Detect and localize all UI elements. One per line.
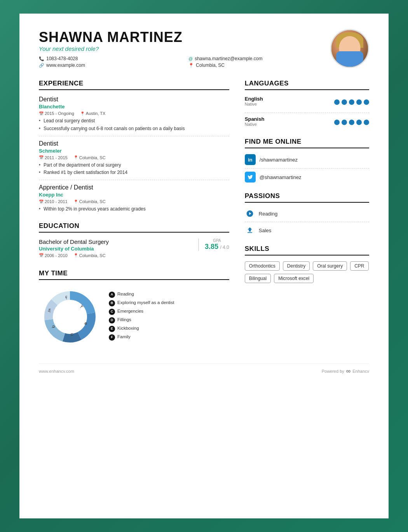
left-column: EXPERIENCE Dentist Blanchette 📅 2015 - O… bbox=[39, 80, 229, 356]
calendar-icon: 📅 bbox=[39, 155, 44, 160]
job-1: Dentist Blanchette 📅 2015 - Ongoing 📍 Au… bbox=[39, 96, 229, 132]
footer-brand: Powered by ∞ Enhancv bbox=[322, 368, 369, 375]
skill-bilingual: Bilingual bbox=[245, 274, 271, 283]
job-2-meta: 📅 2011 - 2015 📍 Columbia, SC bbox=[39, 155, 229, 160]
twitter-handle: @shawnamartinez bbox=[260, 174, 302, 180]
phone-value: 1083-478-4028 bbox=[46, 56, 78, 61]
passion-reading-label: Reading bbox=[259, 211, 277, 217]
gpa-box: GPA 3.85 / 4.0 bbox=[198, 238, 229, 251]
candidate-name: SHAWNA MARTINEZ bbox=[39, 29, 330, 45]
education-title: EDUCATION bbox=[39, 222, 229, 233]
legend-dot-f: F bbox=[109, 334, 115, 341]
lang-spanish-level: Native bbox=[245, 122, 265, 127]
experience-title: EXPERIENCE bbox=[39, 80, 229, 90]
email-contact: @ shawna.martinez@example.com bbox=[188, 56, 330, 61]
location-contact: 📍 Columbia, SC bbox=[188, 63, 330, 68]
bullet-item: Part of the department of oral surgery bbox=[39, 162, 229, 169]
footer: www.enhancv.com Powered by ∞ Enhancv bbox=[39, 363, 369, 375]
calendar-icon: 📅 bbox=[39, 111, 44, 116]
mytime-content: A B C D E F bbox=[39, 286, 229, 348]
legend-c: C Emergencies bbox=[109, 308, 174, 315]
job-2-location: 📍 Columbia, SC bbox=[73, 155, 106, 160]
dot bbox=[356, 99, 362, 105]
header: SHAWNA MARTINEZ Your next desired role? … bbox=[39, 29, 369, 68]
job-2-period: 📅 2011 - 2015 bbox=[39, 155, 68, 160]
lang-spanish-name: Spanish bbox=[245, 116, 265, 122]
gpa-label: GPA bbox=[205, 238, 229, 243]
twitter-item[interactable]: @shawnamartinez bbox=[245, 172, 369, 183]
dot bbox=[334, 99, 340, 105]
lang-english-dots bbox=[334, 99, 369, 105]
job-1-company: Blanchette bbox=[39, 104, 229, 110]
dot bbox=[342, 120, 347, 125]
profile-photo bbox=[330, 29, 369, 68]
skill-dentistry: Dentistry bbox=[283, 261, 310, 271]
legend-text-a: Reading bbox=[117, 291, 134, 297]
job-1-location: 📍 Austin, TX bbox=[80, 111, 106, 116]
job-3-location: 📍 Columbia, SC bbox=[73, 199, 106, 204]
job-3-period: 📅 2010 - 2011 bbox=[39, 199, 68, 204]
linkedin-item[interactable]: in /shawnamartinez bbox=[245, 154, 369, 165]
bullet-item: Within top 2% in previous years academic… bbox=[39, 206, 229, 212]
location-value: Columbia, SC bbox=[196, 63, 225, 68]
legend-dot-c: C bbox=[109, 309, 115, 315]
dot bbox=[356, 120, 362, 125]
legend-dot-e: E bbox=[109, 326, 115, 332]
footer-website: www.enhancv.com bbox=[39, 369, 74, 374]
legend-f: F Family bbox=[109, 334, 174, 341]
passions-title: PASSIONS bbox=[245, 192, 369, 203]
website-contact: 🔗 www.example.com bbox=[39, 63, 181, 68]
languages-title: LANGUAGES bbox=[245, 80, 369, 90]
dot bbox=[334, 120, 340, 125]
main-content: EXPERIENCE Dentist Blanchette 📅 2015 - O… bbox=[39, 80, 369, 356]
experience-section: EXPERIENCE Dentist Blanchette 📅 2015 - O… bbox=[39, 80, 229, 212]
powered-by-label: Powered by bbox=[322, 369, 344, 374]
gpa-max: / 4.0 bbox=[220, 245, 229, 250]
candidate-role: Your next desired role? bbox=[39, 45, 330, 52]
website-value: www.example.com bbox=[46, 63, 85, 68]
pin-icon: 📍 bbox=[80, 111, 85, 116]
pin-icon: 📍 bbox=[73, 200, 78, 204]
svg-text:E: E bbox=[49, 308, 51, 312]
lang-english-name: English bbox=[245, 96, 263, 102]
dot bbox=[364, 120, 369, 125]
dot bbox=[349, 99, 354, 105]
find-online-section: FIND ME ONLINE in /shawnamartinez @shawn… bbox=[245, 138, 369, 183]
job-1-period: 📅 2015 - Ongoing bbox=[39, 111, 74, 116]
dot bbox=[349, 120, 354, 125]
linkedin-handle: /shawnamartinez bbox=[260, 157, 298, 163]
legend-text-b: Exploring myself as a dentist bbox=[117, 300, 174, 306]
gpa-value: 3.85 bbox=[205, 243, 218, 250]
sales-icon bbox=[245, 225, 255, 235]
job-3-company: Koepp Inc bbox=[39, 192, 229, 198]
legend-text-d: Fillings bbox=[117, 317, 131, 323]
legend-dot-a: A bbox=[109, 292, 115, 298]
edu-location: 📍 Columbia, SC bbox=[73, 253, 106, 258]
mytime-title: MY TIME bbox=[39, 269, 229, 280]
phone-contact: 📞 1083-478-4028 bbox=[39, 56, 181, 61]
email-icon: @ bbox=[188, 56, 193, 61]
skills-container: Orthodontics Dentistry Oral surgery CPR … bbox=[245, 261, 369, 283]
legend-text-c: Emergencies bbox=[117, 308, 143, 314]
legend-dot-b: B bbox=[109, 300, 115, 306]
legend-text-e: Kickboxing bbox=[117, 325, 139, 331]
website-icon: 🔗 bbox=[39, 63, 44, 68]
location-icon: 📍 bbox=[188, 63, 194, 68]
skill-microsoft-excel: Microsoft excel bbox=[274, 274, 314, 283]
find-online-title: FIND ME ONLINE bbox=[245, 138, 369, 148]
education-main: Bachelor of Dental Surgery University of… bbox=[39, 238, 192, 260]
bullet-item: Successfully carrying out 6-8 root canal… bbox=[39, 125, 229, 132]
header-contacts: 📞 1083-478-4028 @ shawna.martinez@exampl… bbox=[39, 56, 330, 68]
job-2: Dentist Schmeler 📅 2011 - 2015 📍 Columbi… bbox=[39, 140, 229, 176]
email-value: shawna.martinez@example.com bbox=[195, 56, 262, 61]
education-section: EDUCATION Bachelor of Dental Surgery Uni… bbox=[39, 222, 229, 260]
lang-english: English Native bbox=[245, 96, 369, 108]
phone-icon: 📞 bbox=[39, 56, 44, 61]
languages-section: LANGUAGES English Native bbox=[245, 80, 369, 128]
dot bbox=[342, 99, 347, 105]
edu-degree: Bachelor of Dental Surgery bbox=[39, 238, 192, 245]
passion-sales-label: Sales bbox=[259, 228, 272, 233]
lang-spanish-dots bbox=[334, 120, 369, 125]
job-1-meta: 📅 2015 - Ongoing 📍 Austin, TX bbox=[39, 111, 229, 116]
legend-e: E Kickboxing bbox=[109, 325, 174, 332]
